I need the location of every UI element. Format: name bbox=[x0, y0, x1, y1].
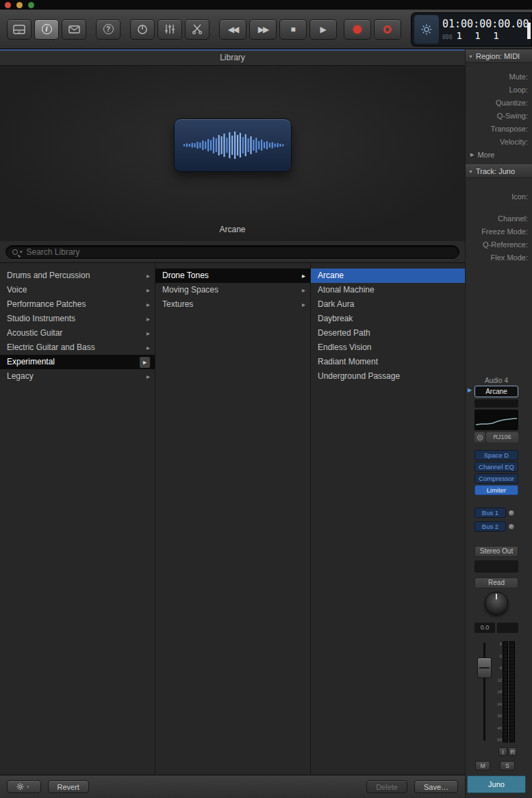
plugin-slot[interactable]: Channel EQ bbox=[474, 462, 518, 472]
control-bar: i ? bbox=[0, 10, 532, 49]
list-item[interactable]: Textures▸ bbox=[155, 297, 310, 312]
forward-button[interactable]: ▶▶ bbox=[249, 19, 277, 40]
search-input[interactable] bbox=[27, 247, 453, 257]
smart-controls-button[interactable] bbox=[130, 19, 155, 40]
more-label: More bbox=[477, 151, 494, 159]
search-caret-icon: ▾ bbox=[20, 249, 23, 255]
patch-preview-area: Arcane bbox=[0, 66, 465, 241]
item-label: Legacy bbox=[7, 369, 34, 384]
list-item[interactable]: Radiant Moment bbox=[311, 355, 465, 369]
fader-and-meter-area: 6 0 6 12 18 24 30 40 50 bbox=[474, 640, 529, 744]
list-item[interactable]: Legacy▸ bbox=[0, 369, 155, 384]
item-label: Voice bbox=[7, 283, 27, 297]
editors-button[interactable] bbox=[185, 19, 210, 40]
pan-knob[interactable] bbox=[485, 592, 508, 615]
list-item-selected[interactable]: Experimental▸ bbox=[0, 355, 155, 369]
send-level-knob[interactable] bbox=[508, 523, 515, 530]
input-slot[interactable]: RJ106 bbox=[486, 432, 518, 442]
mixer-button[interactable] bbox=[157, 19, 182, 40]
compare-button[interactable] bbox=[474, 432, 485, 442]
scale-tick: 18 bbox=[493, 690, 502, 694]
field-label: Q-Swing: bbox=[466, 110, 532, 123]
list-item[interactable]: Atonal Machine bbox=[311, 283, 465, 297]
list-item[interactable]: Drums and Percussion▸ bbox=[0, 269, 155, 283]
library-footer: ▾ Revert Delete Save… bbox=[0, 775, 465, 798]
waveform-icon bbox=[181, 125, 284, 166]
expand-icon: ▶ bbox=[470, 152, 474, 158]
list-item[interactable]: Moving Spaces▸ bbox=[155, 283, 310, 297]
list-item[interactable]: Acoustic Guitar▸ bbox=[0, 326, 155, 340]
rewind-button[interactable]: ◀◀ bbox=[219, 19, 246, 40]
plugin-slot-selected[interactable]: Limiter bbox=[474, 485, 518, 495]
list-item[interactable]: Deserted Path bbox=[311, 326, 465, 340]
library-search-field[interactable]: ▾ bbox=[5, 245, 459, 259]
zoom-window-button[interactable] bbox=[28, 2, 34, 8]
library-action-menu-button[interactable]: ▾ bbox=[7, 780, 41, 793]
send-slot[interactable]: Bus 1 bbox=[474, 508, 506, 518]
minimize-window-button[interactable] bbox=[16, 2, 23, 8]
delete-button[interactable]: Delete bbox=[366, 780, 407, 793]
library-toggle-button[interactable] bbox=[7, 19, 31, 40]
list-item[interactable]: Dark Aura bbox=[311, 297, 465, 312]
inspector-toggle-button[interactable]: i bbox=[34, 19, 59, 40]
list-item-selected[interactable]: Drone Tones▸ bbox=[155, 269, 310, 283]
scale-tick: 40 bbox=[493, 726, 502, 730]
solo-button[interactable]: S bbox=[500, 761, 515, 771]
item-label: Drone Tones bbox=[162, 269, 209, 283]
send-level-knob[interactable] bbox=[508, 510, 515, 516]
mute-button[interactable]: M bbox=[475, 761, 490, 771]
region-inspector-header[interactable]: ▼ Region: MIDI bbox=[466, 49, 532, 63]
scale-tick: 0 bbox=[493, 654, 502, 658]
quick-help-button[interactable]: ? bbox=[96, 19, 121, 40]
list-item[interactable]: Studio Instruments▸ bbox=[0, 312, 155, 326]
plugin-slot[interactable]: Compressor bbox=[474, 473, 518, 484]
stop-button[interactable]: ■ bbox=[279, 19, 307, 40]
knob-icon bbox=[137, 24, 148, 35]
automation-mode-button[interactable]: Read bbox=[474, 577, 518, 588]
record-enable-button[interactable]: R bbox=[508, 747, 517, 756]
toolbar-toggle-button[interactable] bbox=[62, 19, 86, 40]
group-slot[interactable] bbox=[474, 560, 518, 573]
channel-setting-slot[interactable]: Arcane bbox=[474, 386, 518, 397]
input-monitoring-button[interactable]: I bbox=[498, 747, 507, 756]
track-inspector-header[interactable]: ▼ Track: Juno bbox=[466, 164, 532, 178]
patch-preview-button[interactable] bbox=[174, 119, 292, 172]
lcd-display[interactable]: 01:00:00:00.00 000 1 1 1 bbox=[411, 12, 532, 47]
rewind-icon: ◀◀ bbox=[228, 25, 238, 34]
volume-value[interactable]: 0.0 bbox=[474, 623, 495, 633]
revert-button[interactable]: Revert bbox=[48, 780, 89, 793]
item-label: Endless Vision bbox=[318, 340, 372, 355]
list-item[interactable]: Endless Vision bbox=[311, 340, 465, 355]
search-icon bbox=[12, 249, 18, 255]
scale-tick: 50 bbox=[493, 738, 502, 742]
collapse-icon: ▼ bbox=[468, 54, 473, 59]
eq-thumbnail[interactable] bbox=[474, 410, 518, 430]
patch-indicator-icon: ▶ bbox=[468, 387, 472, 393]
region-more-disclosure[interactable]: ▶ More bbox=[466, 149, 532, 161]
output-slot[interactable]: Stereo Out bbox=[474, 546, 518, 557]
close-window-button[interactable] bbox=[5, 2, 11, 8]
editor-toggle-group bbox=[130, 19, 210, 40]
channel-strip-name[interactable]: Juno bbox=[467, 775, 526, 793]
list-item-selected[interactable]: Arcane bbox=[311, 269, 465, 283]
send-slot[interactable]: Bus 2 bbox=[474, 521, 506, 532]
region-fields: Mute: Loop: Quantize: Q-Swing: Transpose… bbox=[466, 71, 532, 149]
list-item[interactable]: Underground Passage bbox=[311, 369, 465, 384]
pan-value-box[interactable] bbox=[497, 623, 518, 633]
record-button[interactable] bbox=[344, 19, 371, 40]
disclosure-icon: ▸ bbox=[147, 297, 150, 312]
field-label: Icon: bbox=[466, 190, 532, 203]
volume-fader[interactable] bbox=[477, 658, 492, 678]
list-item[interactable]: Voice▸ bbox=[0, 283, 155, 297]
list-item[interactable]: Electric Guitar and Bass▸ bbox=[0, 340, 155, 355]
list-item[interactable]: Performance Patches▸ bbox=[0, 297, 155, 312]
disclosure-icon: ▸ bbox=[302, 283, 305, 297]
plugin-slot[interactable]: Space D bbox=[474, 450, 518, 460]
item-label: Daybreak bbox=[318, 312, 353, 326]
play-button[interactable]: ▶ bbox=[309, 19, 337, 40]
lcd-settings-button[interactable] bbox=[414, 15, 439, 44]
list-item[interactable]: Daybreak bbox=[311, 312, 465, 326]
save-button[interactable]: Save… bbox=[414, 780, 458, 793]
cycle-button[interactable] bbox=[374, 19, 401, 40]
item-label: Studio Instruments bbox=[7, 312, 75, 326]
